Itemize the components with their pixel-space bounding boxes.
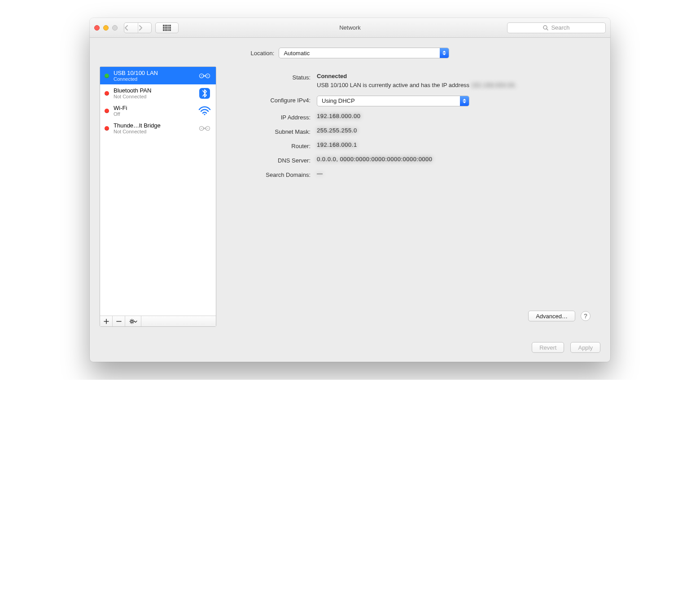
svg-line-21: [130, 320, 131, 320]
panes: USB 10/100 LAN Connected: [100, 66, 600, 327]
interface-status: Connected: [114, 76, 193, 82]
location-row: Location: Automatic: [100, 48, 600, 58]
minus-icon: [116, 319, 122, 324]
search-domains-label: Search Domains:: [234, 170, 311, 178]
status-indicator-icon: [105, 91, 109, 96]
action-menu-button[interactable]: [125, 316, 141, 326]
location-dropdown[interactable]: Automatic: [279, 48, 449, 58]
location-value: Automatic: [279, 50, 440, 57]
status-label: Status:: [234, 73, 311, 81]
ip-address-value: 192.168.000.00: [317, 113, 591, 119]
search-domains-value: —: [317, 170, 591, 177]
location-label: Location:: [251, 50, 275, 57]
router-value: 192.168.000.1: [317, 141, 591, 148]
status-value: Connected: [317, 73, 347, 79]
svg-point-7: [207, 75, 208, 76]
search-icon: [543, 25, 548, 31]
plus-icon: [104, 319, 109, 324]
svg-point-9: [204, 114, 205, 115]
interface-status: Off: [114, 111, 193, 117]
window-controls: [94, 25, 118, 31]
back-button[interactable]: [124, 23, 138, 33]
svg-line-22: [133, 322, 133, 323]
show-all-button[interactable]: [155, 22, 179, 33]
sidebar-item-wifi[interactable]: Wi-Fi Off: [100, 102, 216, 119]
apply-button[interactable]: Apply: [570, 342, 600, 353]
interface-sidebar: USB 10/100 LAN Connected: [100, 66, 216, 327]
interface-status: Not Connected: [114, 129, 193, 134]
bottom-button-row: Revert Apply: [90, 336, 610, 362]
bluetooth-icon: [198, 88, 211, 99]
zoom-button[interactable]: [112, 25, 118, 31]
sidebar-item-usb-lan[interactable]: USB 10/100 LAN Connected: [100, 67, 216, 84]
chevron-updown-icon: [440, 48, 449, 58]
subnet-mask-label: Subnet Mask:: [234, 127, 311, 135]
configure-ipv4-value: Using DHCP: [317, 97, 460, 104]
sidebar-item-bluetooth-pan[interactable]: Bluetooth PAN Not Connected: [100, 84, 216, 102]
search-placeholder: Search: [551, 24, 569, 31]
svg-point-14: [201, 128, 202, 129]
close-button[interactable]: [94, 25, 100, 31]
help-button[interactable]: ?: [581, 311, 591, 321]
remove-interface-button[interactable]: [113, 316, 125, 326]
status-desc-ip: 192.168.000.00.: [471, 82, 516, 88]
interface-status: Not Connected: [114, 94, 193, 99]
status-indicator-icon: [105, 109, 109, 113]
details-pane: Status: Connected USB 10/100 LAN is curr…: [224, 66, 600, 327]
nav-group: [124, 22, 152, 33]
sidebar-item-thunderbolt-bridge[interactable]: Thunde…lt Bridge Not Connected: [100, 119, 216, 137]
status-indicator-icon: [105, 74, 109, 78]
dns-server-value: 0.0.0.0, 0000:0000:0000:0000:0000:0000: [317, 156, 591, 162]
revert-button[interactable]: Revert: [532, 342, 564, 353]
configure-ipv4-dropdown[interactable]: Using DHCP: [317, 96, 469, 106]
content: Location: Automatic USB 10/100 LAN Conne…: [90, 38, 610, 336]
subnet-mask-value: 255.255.255.0: [317, 127, 591, 134]
interface-list[interactable]: USB 10/100 LAN Connected: [100, 67, 216, 316]
network-prefs-window: Network Search Location: Automatic US: [90, 18, 610, 362]
configure-ipv4-label: Configure IPv4:: [234, 96, 311, 104]
gear-icon: [129, 319, 138, 324]
status-description: USB 10/100 LAN is currently active and h…: [317, 81, 591, 89]
svg-point-6: [201, 75, 202, 76]
svg-line-1: [547, 29, 548, 30]
interface-name: Bluetooth PAN: [114, 87, 193, 94]
ip-address-label: IP Address:: [234, 113, 311, 121]
titlebar: Network Search: [90, 18, 610, 38]
search-field[interactable]: Search: [507, 22, 606, 33]
sidebar-footer: [100, 316, 216, 326]
interface-name: Thunde…lt Bridge: [114, 122, 193, 129]
grid-icon: [163, 25, 171, 31]
svg-line-24: [130, 322, 131, 323]
dns-server-label: DNS Server:: [234, 156, 311, 164]
router-label: Router:: [234, 141, 311, 149]
ethernet-icon: [198, 70, 211, 82]
status-indicator-icon: [105, 126, 109, 131]
svg-line-23: [133, 320, 133, 320]
interface-name: Wi-Fi: [114, 105, 193, 111]
interface-name: USB 10/100 LAN: [114, 70, 193, 76]
svg-point-15: [207, 128, 208, 129]
add-interface-button[interactable]: [100, 316, 113, 326]
minimize-button[interactable]: [103, 25, 109, 31]
svg-point-16: [131, 320, 133, 322]
wifi-icon: [198, 105, 211, 117]
ethernet-icon: [198, 123, 211, 134]
forward-button[interactable]: [138, 23, 151, 33]
chevron-updown-icon: [460, 96, 469, 106]
advanced-button[interactable]: Advanced…: [528, 311, 575, 321]
